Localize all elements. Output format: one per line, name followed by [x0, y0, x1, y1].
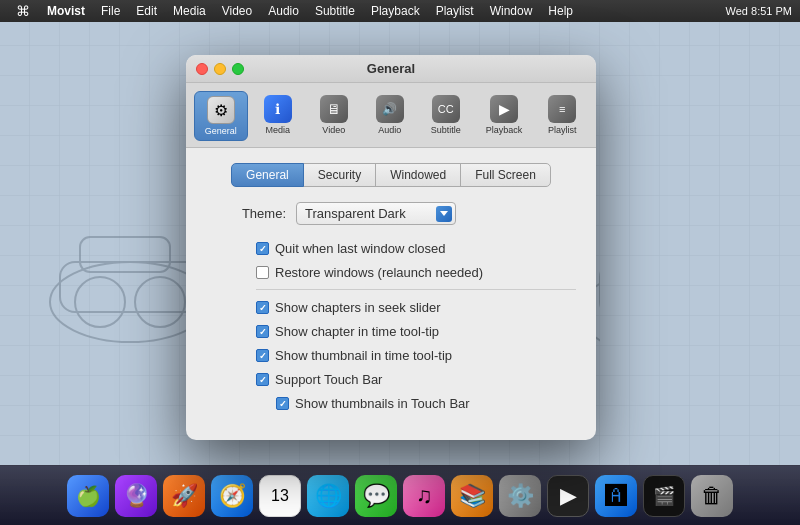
playlist-icon: ≡ [548, 95, 576, 123]
subtab-windowed[interactable]: Windowed [375, 163, 461, 187]
toolbar-audio-label: Audio [378, 125, 401, 135]
books-icon: 📚 [459, 483, 486, 509]
toolbar-audio[interactable]: 🔊 Audio [364, 91, 416, 141]
toolbar-playlist-label: Playlist [548, 125, 577, 135]
checkbox-show-chapters-seek[interactable] [256, 301, 269, 314]
theme-select-wrapper: Transparent Dark Transparent Light Dark … [296, 202, 456, 225]
toolbar-media[interactable]: ℹ Media [252, 91, 304, 141]
toolbar-playback-label: Playback [486, 125, 523, 135]
theme-row: Theme: Transparent Dark Transparent Ligh… [206, 202, 576, 225]
option-show-chapter-tooltip: Show chapter in time tool-tip [256, 324, 576, 339]
dock-itunes[interactable]: ♫ [403, 475, 445, 517]
dock-safari[interactable]: 🌐 [307, 475, 349, 517]
option-restore-windows: Restore windows (relaunch needed) [256, 265, 576, 280]
toolbar: ⚙ General ℹ Media 🖥 Video 🔊 Audio CC Sub… [186, 83, 596, 148]
checkbox-show-thumbnail-tooltip[interactable] [256, 349, 269, 362]
itunes-icon: ♫ [416, 483, 433, 509]
quicktime-icon: ▶ [560, 483, 577, 509]
dock-launchpad[interactable]: 🚀 [163, 475, 205, 517]
checkbox-show-chapter-tooltip[interactable] [256, 325, 269, 338]
general-icon: ⚙ [207, 96, 235, 124]
menubar-playback[interactable]: Playback [364, 2, 427, 20]
subtab-security[interactable]: Security [303, 163, 376, 187]
menubar-subtitle[interactable]: Subtitle [308, 2, 362, 20]
menubar-right: Wed 8:51 PM [726, 5, 792, 17]
menubar-window[interactable]: Window [483, 2, 540, 20]
subtitle-icon: CC [432, 95, 460, 123]
checkbox-support-touchbar[interactable] [256, 373, 269, 386]
dock-messages[interactable]: 💬 [355, 475, 397, 517]
dock-siri[interactable]: 🔮 [115, 475, 157, 517]
messages-icon: 💬 [363, 483, 390, 509]
safari-icon: 🌐 [315, 483, 342, 509]
dock-sysprefs[interactable]: ⚙️ [499, 475, 541, 517]
apple-menu[interactable]: ⌘ [8, 1, 38, 21]
traffic-lights [196, 63, 244, 75]
toolbar-video-label: Video [322, 125, 345, 135]
option-show-chapter-tooltip-label: Show chapter in time tool-tip [275, 324, 439, 339]
toolbar-general[interactable]: ⚙ General [194, 91, 248, 141]
trash-icon: 🗑 [701, 483, 723, 509]
launchpad-icon: 🚀 [171, 483, 198, 509]
dock-finder[interactable]: 🍏 [67, 475, 109, 517]
toolbar-subtitle-label: Subtitle [431, 125, 461, 135]
appstore-icon: 🅰 [605, 483, 627, 509]
subtab-fullscreen[interactable]: Full Screen [460, 163, 551, 187]
theme-label: Theme: [236, 206, 286, 221]
movist-icon: 🎬 [653, 485, 675, 507]
preferences-dialog: General ⚙ General ℹ Media 🖥 Video 🔊 Audi… [186, 55, 596, 440]
checkbox-quit-last-window[interactable] [256, 242, 269, 255]
calendar-icon: 13 [271, 487, 289, 505]
theme-select[interactable]: Transparent Dark Transparent Light Dark … [296, 202, 456, 225]
menubar-time: Wed 8:51 PM [726, 5, 792, 17]
dialog-content: General Security Windowed Full Screen Th… [186, 148, 596, 440]
menubar-edit[interactable]: Edit [129, 2, 164, 20]
compass-icon: 🧭 [219, 483, 246, 509]
audio-icon: 🔊 [376, 95, 404, 123]
menubar-help[interactable]: Help [541, 2, 580, 20]
option-support-touchbar: Support Touch Bar [256, 372, 576, 387]
menubar-left: ⌘ Movist File Edit Media Video Audio Sub… [8, 1, 580, 21]
svg-point-2 [135, 277, 185, 327]
media-icon: ℹ [264, 95, 292, 123]
dock: 🍏 🔮 🚀 🧭 13 🌐 💬 ♫ 📚 ⚙️ ▶ 🅰 🎬 🗑 [0, 465, 800, 525]
minimize-button[interactable] [214, 63, 226, 75]
subtab-general[interactable]: General [231, 163, 304, 187]
menubar-media[interactable]: Media [166, 2, 213, 20]
dock-calendar[interactable]: 13 [259, 475, 301, 517]
menubar-video[interactable]: Video [215, 2, 259, 20]
option-quit-last-window: Quit when last window closed [256, 241, 576, 256]
dock-compass[interactable]: 🧭 [211, 475, 253, 517]
option-restore-windows-label: Restore windows (relaunch needed) [275, 265, 483, 280]
maximize-button[interactable] [232, 63, 244, 75]
option-show-thumbnails-touchbar-label: Show thumbnails in Touch Bar [295, 396, 470, 411]
toolbar-playlist[interactable]: ≡ Playlist [536, 91, 588, 141]
playback-icon: ▶ [490, 95, 518, 123]
menubar-file[interactable]: File [94, 2, 127, 20]
toolbar-playback[interactable]: ▶ Playback [476, 91, 533, 141]
siri-icon: 🔮 [123, 483, 150, 509]
subtabs: General Security Windowed Full Screen [206, 163, 576, 187]
menubar-playlist[interactable]: Playlist [429, 2, 481, 20]
dock-quicktime[interactable]: ▶ [547, 475, 589, 517]
divider [256, 289, 576, 290]
menubar-movist[interactable]: Movist [40, 2, 92, 20]
svg-point-1 [75, 277, 125, 327]
toolbar-video[interactable]: 🖥 Video [308, 91, 360, 141]
dock-books[interactable]: 📚 [451, 475, 493, 517]
dock-trash[interactable]: 🗑 [691, 475, 733, 517]
checkbox-show-thumbnails-touchbar[interactable] [276, 397, 289, 410]
close-button[interactable] [196, 63, 208, 75]
toolbar-subtitle[interactable]: CC Subtitle [420, 91, 472, 141]
option-show-thumbnail-tooltip-label: Show thumbnail in time tool-tip [275, 348, 452, 363]
menubar-audio[interactable]: Audio [261, 2, 306, 20]
dialog-title: General [367, 61, 415, 76]
options-section: Quit when last window closed Restore win… [206, 241, 576, 411]
checkbox-restore-windows[interactable] [256, 266, 269, 279]
finder-icon: 🍏 [76, 484, 101, 508]
option-support-touchbar-label: Support Touch Bar [275, 372, 382, 387]
dock-appstore[interactable]: 🅰 [595, 475, 637, 517]
option-show-thumbnail-tooltip: Show thumbnail in time tool-tip [256, 348, 576, 363]
dock-movist[interactable]: 🎬 [643, 475, 685, 517]
option-quit-last-window-label: Quit when last window closed [275, 241, 446, 256]
